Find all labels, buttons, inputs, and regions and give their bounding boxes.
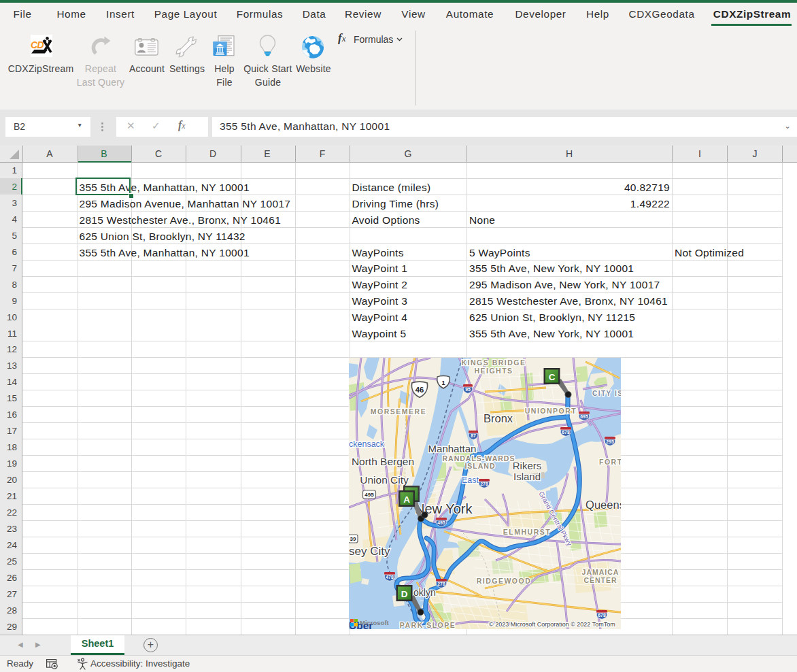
svg-text:478: 478 — [386, 575, 394, 579]
svg-text:39: 39 — [350, 536, 356, 542]
svg-text:A: A — [403, 494, 410, 505]
svg-text:sey City: sey City — [349, 545, 390, 558]
svg-text:KINGS BRIDGE: KINGS BRIDGE — [461, 358, 526, 367]
svg-text:Island: Island — [513, 471, 541, 482]
svg-text:ckensack: ckensack — [349, 439, 385, 449]
svg-text:46: 46 — [416, 386, 424, 394]
svg-text:495: 495 — [364, 492, 374, 498]
svg-text:Queens: Queens — [586, 499, 621, 511]
svg-text:UNIONPORT: UNIONPORT — [525, 407, 577, 415]
svg-text:North Bergen: North Bergen — [352, 456, 414, 467]
svg-text:Bronx: Bronx — [484, 412, 513, 424]
svg-text:Union City: Union City — [360, 474, 409, 486]
svg-text:95: 95 — [465, 387, 471, 392]
svg-text:ISLAND: ISLAND — [464, 462, 495, 470]
svg-text:Microsoft: Microsoft — [360, 619, 390, 626]
svg-text:CD: CD — [31, 39, 44, 50]
svg-text:1: 1 — [441, 380, 445, 386]
svg-text:ELMHURST: ELMHURST — [503, 528, 551, 536]
svg-text:295: 295 — [606, 439, 614, 444]
svg-text:Rikers: Rikers — [513, 460, 542, 471]
svg-text:JAMAICA: JAMAICA — [582, 568, 620, 576]
svg-text:oklyn: oklyn — [413, 587, 436, 598]
svg-text:© 2023 Microsoft Corporation ©: © 2023 Microsoft Corporation © 2022 TomT… — [489, 621, 615, 628]
svg-text:HEIGHTS: HEIGHTS — [474, 367, 513, 375]
svg-text:495: 495 — [437, 520, 445, 525]
svg-text:Manhattan: Manhattan — [428, 443, 477, 454]
svg-text:278: 278 — [480, 482, 488, 486]
svg-text:PARK SLOPE: PARK SLOPE — [400, 621, 456, 629]
svg-text:RIDGEWOOD: RIDGEWOOD — [477, 577, 532, 585]
svg-text:CENTER: CENTER — [583, 576, 617, 584]
svg-text:278: 278 — [437, 582, 445, 586]
svg-text:D: D — [401, 589, 408, 599]
svg-text:FORT: FORT — [599, 458, 621, 466]
svg-text:87: 87 — [471, 433, 476, 438]
svg-text:East: East — [462, 475, 479, 485]
svg-text:695: 695 — [580, 414, 588, 419]
svg-text:C: C — [549, 372, 556, 382]
svg-text:MORSEMERE: MORSEMERE — [371, 407, 426, 416]
svg-text:CITY ISL: CITY ISL — [592, 390, 621, 397]
svg-text:678: 678 — [562, 430, 570, 435]
svg-text:678: 678 — [598, 613, 606, 618]
